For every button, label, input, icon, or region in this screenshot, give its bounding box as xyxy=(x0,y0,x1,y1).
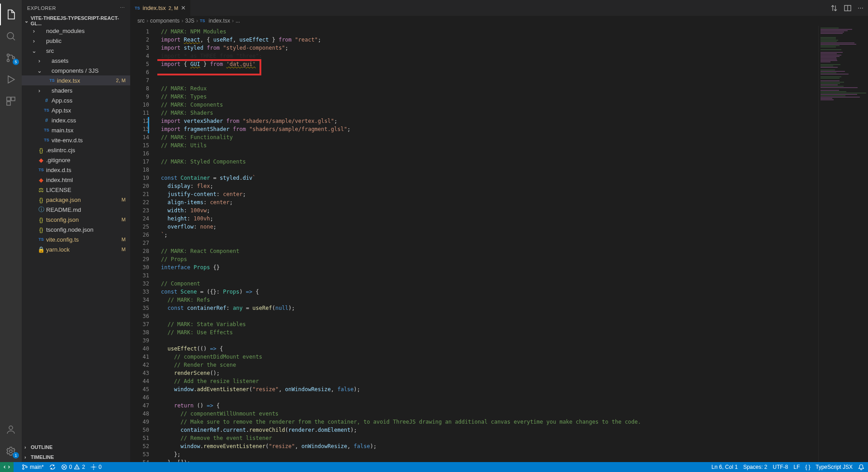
breadcrumb-item[interactable]: 3JS xyxy=(185,18,194,24)
lang-status[interactable]: { } TypeScript JSX xyxy=(805,464,853,470)
error-count: 0 xyxy=(69,464,72,470)
sidebar: EXPLORER ⋯ ⌄ VITE-THREEJS-TYPESCRIPT-REA… xyxy=(22,0,130,462)
minimap[interactable] xyxy=(818,26,868,462)
typescript-icon: TS xyxy=(135,6,140,10)
tree-item-index-html[interactable]: ◆index.html xyxy=(22,175,130,185)
svg-point-11 xyxy=(23,468,24,470)
svg-point-14 xyxy=(93,466,94,468)
tree-item-public[interactable]: ›public xyxy=(22,36,130,46)
search-icon[interactable] xyxy=(0,25,22,47)
breadcrumbs[interactable]: src›components›3JS›TSindex.tsx›... xyxy=(130,16,868,26)
code-editor[interactable]: // MARK: NPM Modulesimport React, { useR… xyxy=(157,26,818,462)
svg-point-1 xyxy=(7,54,9,56)
branch-status[interactable]: main* xyxy=(22,464,44,470)
tab-label: index.tsx xyxy=(143,5,166,11)
close-icon[interactable]: ✕ xyxy=(181,5,186,11)
svg-point-12 xyxy=(26,466,28,468)
activity-bar: 5 1 xyxy=(0,0,22,462)
tree-item-LICENSE[interactable]: ⚖LICENSE xyxy=(22,185,130,195)
explorer-more-icon[interactable]: ⋯ xyxy=(120,5,125,11)
tree-item-node_modules[interactable]: ›node_modules xyxy=(22,26,130,36)
tree-item--eslintrc-cjs[interactable]: {}.eslintrc.cjs xyxy=(22,145,130,155)
tree-item-components---3JS[interactable]: ⌄components / 3JS xyxy=(22,65,130,75)
explorer-icon[interactable] xyxy=(0,4,22,25)
scm-badge: 5 xyxy=(13,59,19,65)
svg-point-10 xyxy=(23,465,24,467)
tree-item-index-css[interactable]: #index.css xyxy=(22,115,130,125)
timeline-label: TIMELINE xyxy=(31,454,54,460)
warning-count: 2 xyxy=(82,464,85,470)
file-tree: ›node_modules›public⌄src›assets⌄componen… xyxy=(22,26,130,442)
sync-status[interactable] xyxy=(49,464,56,470)
breadcrumb-item[interactable]: ... xyxy=(236,18,240,24)
tree-item-index-d-ts[interactable]: TSindex.d.ts xyxy=(22,165,130,175)
tree-item-yarn-lock[interactable]: 🔒yarn.lockM xyxy=(22,244,130,254)
svg-point-2 xyxy=(7,60,9,62)
cursor-position[interactable]: Ln 6, Col 1 xyxy=(712,464,738,470)
accounts-icon[interactable] xyxy=(0,419,22,440)
tree-item-vite-config-ts[interactable]: TSvite.config.tsM xyxy=(22,234,130,244)
outline-header[interactable]: › OUTLINE xyxy=(22,442,130,452)
branch-name: main* xyxy=(30,464,44,470)
tree-item-tsconfig-json[interactable]: {}tsconfig.jsonM xyxy=(22,215,130,224)
breadcrumb-item[interactable]: index.tsx xyxy=(209,18,230,24)
ports-count: 0 xyxy=(99,464,102,470)
breadcrumb-item[interactable]: components xyxy=(150,18,179,24)
indent-status[interactable]: Spaces: 2 xyxy=(743,464,767,470)
tree-item-shaders[interactable]: ›shaders xyxy=(22,85,130,95)
tree-item-package-json[interactable]: {}package.jsonM xyxy=(22,195,130,205)
tree-item-App-css[interactable]: #App.css xyxy=(22,95,130,105)
tree-item-README-md[interactable]: ⓘREADME.md xyxy=(22,205,130,215)
tab-index-tsx[interactable]: TS index.tsx 2, M ✕ xyxy=(130,0,191,16)
project-header[interactable]: ⌄ VITE-THREEJS-TYPESCRIPT-REACT-GL... xyxy=(22,16,130,26)
svg-point-7 xyxy=(9,426,13,430)
svg-rect-4 xyxy=(7,97,10,101)
outline-label: OUTLINE xyxy=(31,444,52,450)
tree-item-main-tsx[interactable]: TSmain.tsx xyxy=(22,125,130,135)
eol-status[interactable]: LF xyxy=(793,464,800,470)
tab-actions: ⋯ xyxy=(826,0,868,16)
tab-meta: 2, M xyxy=(169,5,178,11)
remote-indicator[interactable] xyxy=(0,462,14,472)
more-icon[interactable]: ⋯ xyxy=(858,5,863,11)
explorer-title: EXPLORER xyxy=(27,5,56,11)
tree-item-assets[interactable]: ›assets xyxy=(22,56,130,65)
gutter: 1234567891011121314151617181920212223242… xyxy=(130,26,157,462)
tree-item-src[interactable]: ⌄src xyxy=(22,46,130,56)
tree-item-App-tsx[interactable]: TSApp.tsx xyxy=(22,105,130,115)
extensions-icon[interactable] xyxy=(0,90,22,112)
sidebar-header: EXPLORER ⋯ xyxy=(22,0,130,16)
status-bar: main* 0 2 0 Ln 6, Col 1 Spaces: 2 UTF-8 … xyxy=(0,462,868,472)
timeline-header[interactable]: › TIMELINE xyxy=(22,452,130,462)
source-control-icon[interactable]: 5 xyxy=(0,47,22,69)
tree-item-vite-env-d-ts[interactable]: TSvite-env.d.ts xyxy=(22,135,130,145)
run-debug-icon[interactable] xyxy=(0,69,22,90)
svg-point-0 xyxy=(7,33,14,39)
project-name: VITE-THREEJS-TYPESCRIPT-REACT-GL... xyxy=(31,15,127,26)
svg-rect-6 xyxy=(7,102,10,105)
settings-badge: 1 xyxy=(13,452,19,458)
tab-bar: TS index.tsx 2, M ✕ ⋯ xyxy=(130,0,868,16)
tree-item--gitignore[interactable]: ◆.gitignore xyxy=(22,155,130,165)
notifications-icon[interactable] xyxy=(858,464,864,470)
editor-area: TS index.tsx 2, M ✕ ⋯ src›components›3JS… xyxy=(130,0,868,462)
breadcrumb-item[interactable]: src xyxy=(137,18,145,24)
encoding-status[interactable]: UTF-8 xyxy=(773,464,788,470)
ports-status[interactable]: 0 xyxy=(90,464,102,470)
svg-rect-5 xyxy=(11,97,15,101)
svg-point-8 xyxy=(9,450,12,453)
tree-item-index-tsx[interactable]: TSindex.tsx2, M xyxy=(22,75,130,85)
tree-item-tsconfig-node-json[interactable]: {}tsconfig.node.json xyxy=(22,224,130,234)
split-icon[interactable] xyxy=(844,5,851,12)
problems-status[interactable]: 0 2 xyxy=(61,464,85,470)
settings-icon[interactable]: 1 xyxy=(0,440,22,462)
compare-icon[interactable] xyxy=(830,5,838,12)
